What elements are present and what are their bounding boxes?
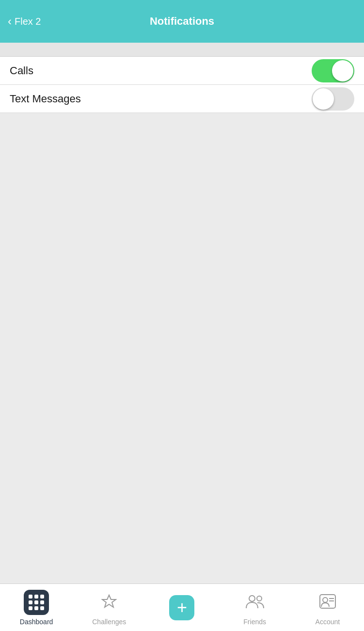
content-area: Calls Text Messages (0, 43, 364, 583)
dot (40, 606, 44, 610)
dot (40, 595, 44, 599)
friends-icon (246, 594, 264, 611)
calls-toggle[interactable] (312, 59, 354, 82)
dot (34, 595, 38, 599)
back-label: Flex 2 (15, 16, 41, 27)
section-spacer (0, 43, 364, 56)
svg-point-2 (257, 596, 262, 601)
back-button[interactable]: ‹ Flex 2 (8, 16, 41, 27)
dashboard-icon-wrap (24, 590, 49, 615)
text-messages-toggle[interactable] (312, 87, 354, 111)
header: ‹ Flex 2 Notifications (0, 0, 364, 43)
challenges-icon-wrap (96, 590, 122, 615)
tab-account[interactable]: Account (291, 590, 364, 626)
tab-dashboard[interactable]: Dashboard (0, 590, 73, 626)
challenges-label: Challenges (92, 618, 126, 626)
account-icon-wrap (315, 590, 340, 615)
calls-label: Calls (10, 65, 33, 77)
back-chevron-icon: ‹ (8, 16, 12, 27)
settings-list: Calls Text Messages (0, 56, 364, 113)
svg-point-1 (249, 596, 255, 601)
tab-add[interactable]: + (145, 595, 218, 620)
calls-row: Calls (0, 57, 364, 85)
tab-friends[interactable]: Friends (219, 590, 291, 626)
text-messages-row: Text Messages (0, 85, 364, 113)
dot (34, 600, 38, 604)
svg-marker-0 (102, 595, 116, 607)
svg-point-4 (323, 598, 328, 602)
tab-bar: Dashboard Challenges + (0, 583, 364, 631)
friends-icon-wrap (242, 590, 268, 615)
add-icon-wrap: + (169, 595, 194, 620)
friends-label: Friends (243, 618, 266, 626)
star-icon (101, 594, 117, 611)
dot (29, 595, 32, 599)
dot (29, 600, 32, 604)
dashboard-label: Dashboard (20, 618, 53, 626)
tab-challenges[interactable]: Challenges (73, 590, 145, 626)
dashboard-icon (29, 595, 44, 610)
dot (34, 606, 38, 610)
text-messages-label: Text Messages (10, 93, 81, 105)
account-icon (319, 594, 336, 611)
dot (29, 606, 32, 610)
page-title: Notifications (150, 15, 214, 28)
calls-toggle-knob (332, 60, 353, 81)
text-messages-toggle-knob (313, 88, 334, 110)
dot (40, 600, 44, 604)
account-label: Account (316, 618, 340, 626)
add-icon: + (177, 599, 187, 616)
